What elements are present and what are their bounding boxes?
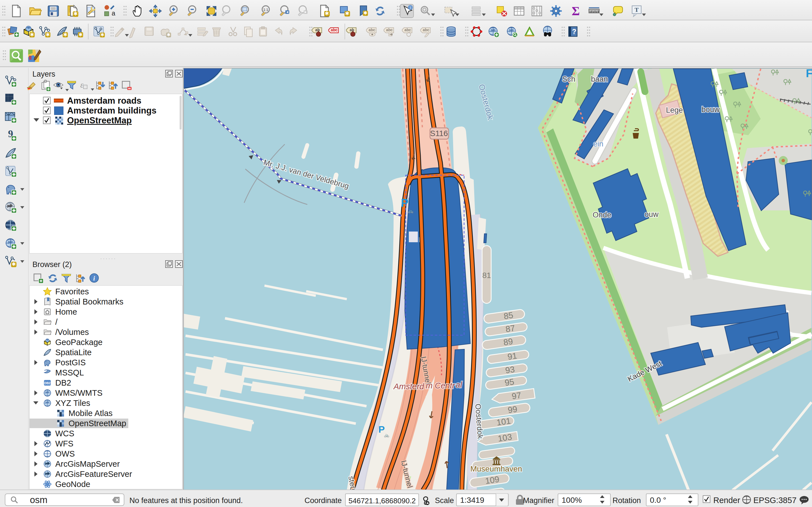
svg-text:103: 103 <box>497 432 513 443</box>
svg-text:91: 91 <box>507 351 518 361</box>
svg-text:i: i <box>93 275 95 282</box>
svg-text:i: i <box>410 6 411 10</box>
svg-text:Amsterd: Amsterd <box>393 382 424 391</box>
svg-text:baan: baan <box>591 75 608 83</box>
svg-text:T: T <box>635 6 639 13</box>
svg-text:S116: S116 <box>430 129 448 138</box>
svg-text:✱: ✱ <box>63 32 67 38</box>
svg-text:✱: ✱ <box>73 11 78 17</box>
svg-text:✱: ✱ <box>345 10 350 16</box>
svg-text:Onde: Onde <box>593 211 611 219</box>
svg-text:abc: abc <box>404 28 411 32</box>
svg-text:Lege: Lege <box>666 106 683 114</box>
svg-text:95: 95 <box>504 377 515 387</box>
svg-text:109: 109 <box>485 474 500 486</box>
svg-text:81: 81 <box>482 271 491 280</box>
svg-text:✱: ✱ <box>363 10 368 16</box>
svg-text:✱: ✱ <box>79 32 83 38</box>
svg-text:ouw: ouw <box>645 210 659 219</box>
svg-text:ab: ab <box>350 28 354 32</box>
svg-text:bouw: bouw <box>702 105 720 114</box>
svg-text:al: al <box>456 380 462 389</box>
svg-text:99: 99 <box>507 404 518 414</box>
svg-text:abc: abc <box>331 28 338 32</box>
svg-text:85: 85 <box>503 311 514 321</box>
svg-text:🚲: 🚲 <box>408 208 414 214</box>
svg-text:ab: ab <box>315 28 320 32</box>
svg-text:Museumhaven: Museumhaven <box>470 464 522 473</box>
svg-text:101: 101 <box>496 416 511 427</box>
svg-text:abc: abc <box>423 28 429 32</box>
svg-text:?: ? <box>572 27 576 36</box>
svg-text:1:1: 1:1 <box>263 8 268 12</box>
svg-text:abc: abc <box>368 28 375 32</box>
svg-text:93: 93 <box>505 364 515 375</box>
svg-text:m Centr: m Centr <box>426 381 455 390</box>
svg-text:87: 87 <box>505 323 516 334</box>
svg-text:✱: ✱ <box>100 32 104 37</box>
svg-text:✱: ✱ <box>11 261 16 267</box>
svg-text:DB2: DB2 <box>44 381 50 385</box>
svg-text:abc: abc <box>386 28 393 32</box>
svg-text:🚲: 🚲 <box>384 433 389 438</box>
svg-text:✱: ✱ <box>46 32 50 38</box>
svg-text:✱: ✱ <box>30 32 34 38</box>
svg-text:Σ: Σ <box>572 4 580 17</box>
svg-text:Sch: Sch <box>562 75 575 83</box>
svg-text:89: 89 <box>503 337 513 347</box>
svg-text:✱: ✱ <box>325 10 329 16</box>
svg-text:F: F <box>806 68 812 79</box>
svg-text:97: 97 <box>511 390 522 401</box>
svg-text:ein: ein <box>593 140 603 148</box>
svg-text:P: P <box>401 196 409 209</box>
svg-text:✱: ✱ <box>167 32 170 37</box>
svg-text:a: a <box>112 10 115 17</box>
